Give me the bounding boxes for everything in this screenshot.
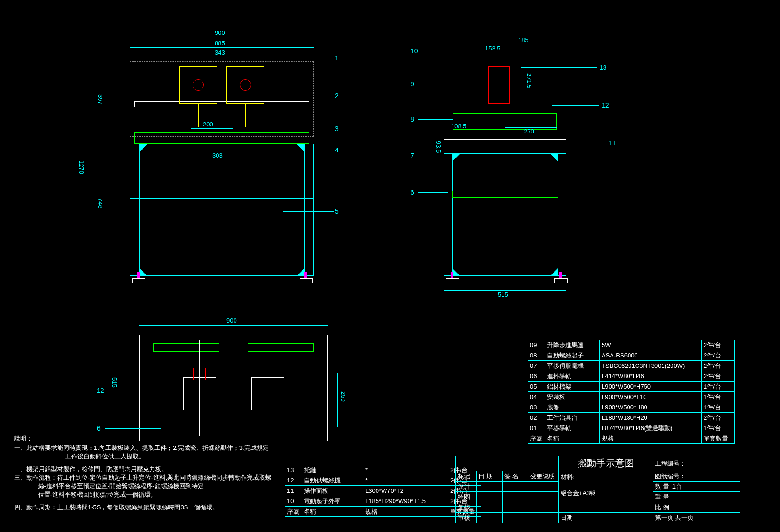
notes-3: 三、動作流程：待工件到位-定位自動起子上升定位-進料,與此同時鎖螺絲機同步轉動作… bbox=[14, 473, 271, 482]
notes-3b: 絲-進料平台移至預定位置-開始緊螺絲程序-鎖螺絲機回到待定 bbox=[14, 482, 204, 491]
bom-l-no: 13 bbox=[285, 465, 302, 475]
tb-material-val: 铝合金+A3钢 bbox=[561, 489, 651, 498]
bom-upper-table: 09升降步進馬達5W2件/台 08自動螺絲起子ASA-BS60002件/台 07… bbox=[528, 340, 735, 444]
project-no-label: 工程编号： bbox=[653, 456, 740, 471]
balloon-1: 1 bbox=[335, 54, 339, 62]
dim-271p5: 271.5 bbox=[526, 73, 533, 89]
dim-515-plan: 515 bbox=[111, 377, 118, 388]
tb-audit: 审核 bbox=[456, 513, 477, 523]
bom-lower-table: 13托鏈*2件/台 12自動供螺絲機*2件/台 11操作面板L300*W70*T… bbox=[285, 465, 481, 517]
dim-153p5: 153.5 bbox=[485, 45, 501, 52]
balloon-12-plan: 12 bbox=[97, 387, 104, 394]
dim-250-plan: 250 bbox=[340, 391, 347, 402]
notes-3c: 位置-進料平移機回到原點位完成一個循環。 bbox=[14, 490, 157, 499]
dim-250: 250 bbox=[524, 128, 534, 135]
tb-weight-lbl: 重 量 bbox=[653, 492, 740, 502]
balloon-9: 9 bbox=[411, 80, 414, 88]
tb-review: 复核 bbox=[456, 502, 477, 513]
bom-u-hdr-no: 序號 bbox=[528, 433, 545, 444]
side-view: 185 153.5 271.5 108.5 250 93.5 515 bbox=[425, 40, 595, 290]
dim-1270: 1270 bbox=[78, 160, 85, 174]
dim-885: 885 bbox=[215, 40, 225, 47]
balloon-4: 4 bbox=[335, 146, 339, 154]
tb-qty-lbl: 数 量 bbox=[655, 483, 669, 490]
balloon-5: 5 bbox=[335, 208, 339, 215]
dim-746: 746 bbox=[97, 198, 104, 208]
bom-l-hdr-no: 序號 bbox=[285, 507, 302, 517]
notes-2: 二、機架用鋁型材製作，檢修門、防護門均用壓克力板。 bbox=[14, 465, 168, 474]
notes-heading: 說明： bbox=[14, 434, 33, 443]
balloon-7: 7 bbox=[411, 152, 414, 159]
dim-93p5: 93.5 bbox=[435, 141, 442, 153]
balloon-11: 11 bbox=[609, 139, 616, 147]
dim-397: 397 bbox=[97, 94, 104, 105]
drawing-no-label: 图纸编号： bbox=[653, 471, 740, 482]
notes-1: 一、此結構要求能同時實現：1.向工裝板裝入、提取工件；2.完成緊、折螺絲動作；3… bbox=[14, 443, 269, 453]
tb-sign: 签 名 bbox=[503, 471, 528, 482]
tb-draw: 绘图 bbox=[456, 492, 477, 502]
notes-1b: 工作後自動歸位供工人提取。 bbox=[14, 452, 145, 461]
dim-515-base: 515 bbox=[498, 291, 508, 298]
balloon-2: 2 bbox=[335, 92, 339, 100]
balloon-8: 8 bbox=[411, 116, 414, 123]
tb-scale-lbl: 比 例 bbox=[653, 502, 740, 513]
bom-l-spec: * bbox=[363, 465, 448, 475]
dim-200: 200 bbox=[203, 121, 213, 128]
tb-material-lbl: 材料: bbox=[561, 473, 651, 482]
balloon-6: 6 bbox=[411, 189, 414, 196]
tb-page: 第一页 共一页 bbox=[653, 513, 740, 523]
dim-108p5: 108.5 bbox=[451, 123, 467, 130]
tb-design: 设计 bbox=[456, 482, 477, 492]
balloon-13: 13 bbox=[599, 64, 607, 71]
notes-4: 四、動作周期：上工裝時間1-5S，每個取螺絲到鎖緊螺絲時間3S一個循環。 bbox=[14, 503, 218, 512]
balloon-10: 10 bbox=[411, 47, 418, 55]
title-block: 搬動手示意图 工程编号： 标记 日 期 签 名 变更说明 材料: 铝合金+A3钢… bbox=[455, 456, 740, 523]
tb-date-lbl: 日期 bbox=[559, 513, 653, 523]
dim-343: 343 bbox=[215, 49, 225, 56]
balloon-3: 3 bbox=[335, 125, 339, 133]
tb-qty-val: 1台 bbox=[672, 483, 682, 490]
balloon-12: 12 bbox=[602, 101, 609, 109]
tb-mark: 标记 bbox=[456, 471, 477, 482]
dim-900-top: 900 bbox=[215, 29, 225, 36]
drawing-title: 搬動手示意图 bbox=[578, 458, 634, 468]
bom-l-name: 托鏈 bbox=[302, 465, 363, 475]
balloon-6-plan: 6 bbox=[97, 424, 101, 432]
tb-change: 变更说明 bbox=[528, 471, 559, 482]
tb-date: 日 期 bbox=[477, 471, 503, 482]
dim-185: 185 bbox=[518, 36, 528, 43]
front-view: 900 885 343 200 303 1270 397 746 bbox=[123, 38, 340, 288]
dim-900-plan: 900 bbox=[226, 317, 237, 324]
top-view: 900 515 250 bbox=[132, 330, 335, 462]
